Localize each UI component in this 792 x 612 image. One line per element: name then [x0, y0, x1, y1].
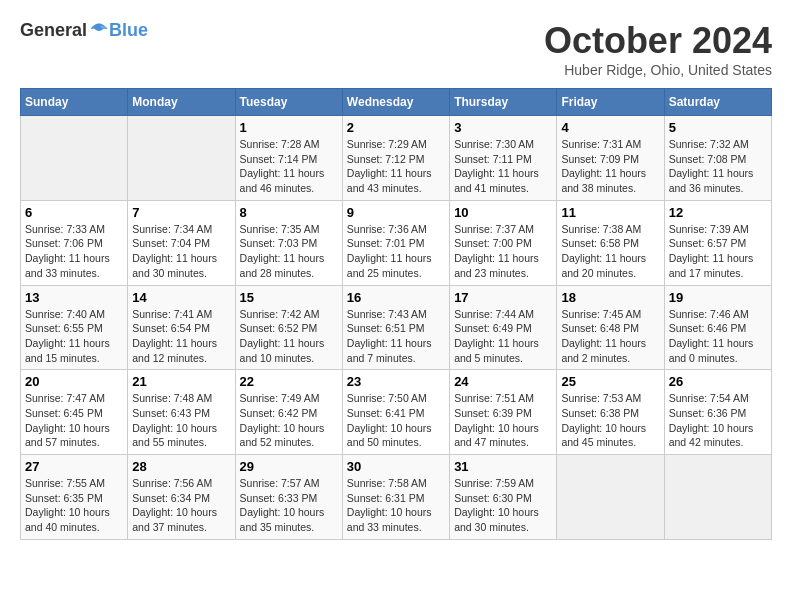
day-info: Sunrise: 7:50 AM Sunset: 6:41 PM Dayligh…	[347, 391, 445, 450]
calendar-cell: 8Sunrise: 7:35 AM Sunset: 7:03 PM Daylig…	[235, 200, 342, 285]
calendar-week-row: 1Sunrise: 7:28 AM Sunset: 7:14 PM Daylig…	[21, 116, 772, 201]
day-of-week-header: Friday	[557, 89, 664, 116]
day-number: 18	[561, 290, 659, 305]
calendar-week-row: 6Sunrise: 7:33 AM Sunset: 7:06 PM Daylig…	[21, 200, 772, 285]
calendar-cell: 20Sunrise: 7:47 AM Sunset: 6:45 PM Dayli…	[21, 370, 128, 455]
day-number: 25	[561, 374, 659, 389]
day-info: Sunrise: 7:59 AM Sunset: 6:30 PM Dayligh…	[454, 476, 552, 535]
day-info: Sunrise: 7:56 AM Sunset: 6:34 PM Dayligh…	[132, 476, 230, 535]
logo-blue-text: Blue	[109, 20, 148, 41]
calendar-cell: 30Sunrise: 7:58 AM Sunset: 6:31 PM Dayli…	[342, 455, 449, 540]
logo-general-text: General	[20, 20, 87, 41]
day-info: Sunrise: 7:32 AM Sunset: 7:08 PM Dayligh…	[669, 137, 767, 196]
day-info: Sunrise: 7:47 AM Sunset: 6:45 PM Dayligh…	[25, 391, 123, 450]
day-info: Sunrise: 7:35 AM Sunset: 7:03 PM Dayligh…	[240, 222, 338, 281]
day-number: 14	[132, 290, 230, 305]
day-number: 4	[561, 120, 659, 135]
location-text: Huber Ridge, Ohio, United States	[544, 62, 772, 78]
day-of-week-header: Sunday	[21, 89, 128, 116]
calendar-cell: 6Sunrise: 7:33 AM Sunset: 7:06 PM Daylig…	[21, 200, 128, 285]
day-number: 13	[25, 290, 123, 305]
day-number: 1	[240, 120, 338, 135]
day-number: 29	[240, 459, 338, 474]
calendar-week-row: 27Sunrise: 7:55 AM Sunset: 6:35 PM Dayli…	[21, 455, 772, 540]
day-info: Sunrise: 7:54 AM Sunset: 6:36 PM Dayligh…	[669, 391, 767, 450]
calendar-cell	[21, 116, 128, 201]
day-info: Sunrise: 7:29 AM Sunset: 7:12 PM Dayligh…	[347, 137, 445, 196]
calendar-cell: 13Sunrise: 7:40 AM Sunset: 6:55 PM Dayli…	[21, 285, 128, 370]
day-info: Sunrise: 7:57 AM Sunset: 6:33 PM Dayligh…	[240, 476, 338, 535]
day-number: 31	[454, 459, 552, 474]
day-number: 15	[240, 290, 338, 305]
calendar-cell: 11Sunrise: 7:38 AM Sunset: 6:58 PM Dayli…	[557, 200, 664, 285]
day-info: Sunrise: 7:53 AM Sunset: 6:38 PM Dayligh…	[561, 391, 659, 450]
calendar-cell: 2Sunrise: 7:29 AM Sunset: 7:12 PM Daylig…	[342, 116, 449, 201]
calendar-cell: 5Sunrise: 7:32 AM Sunset: 7:08 PM Daylig…	[664, 116, 771, 201]
day-number: 11	[561, 205, 659, 220]
calendar-cell: 3Sunrise: 7:30 AM Sunset: 7:11 PM Daylig…	[450, 116, 557, 201]
day-of-week-header: Saturday	[664, 89, 771, 116]
calendar-table: SundayMondayTuesdayWednesdayThursdayFrid…	[20, 88, 772, 540]
calendar-cell: 14Sunrise: 7:41 AM Sunset: 6:54 PM Dayli…	[128, 285, 235, 370]
day-info: Sunrise: 7:44 AM Sunset: 6:49 PM Dayligh…	[454, 307, 552, 366]
day-number: 17	[454, 290, 552, 305]
day-info: Sunrise: 7:37 AM Sunset: 7:00 PM Dayligh…	[454, 222, 552, 281]
day-info: Sunrise: 7:41 AM Sunset: 6:54 PM Dayligh…	[132, 307, 230, 366]
calendar-week-row: 20Sunrise: 7:47 AM Sunset: 6:45 PM Dayli…	[21, 370, 772, 455]
day-info: Sunrise: 7:55 AM Sunset: 6:35 PM Dayligh…	[25, 476, 123, 535]
logo: General Blue	[20, 20, 148, 41]
day-number: 22	[240, 374, 338, 389]
calendar-cell: 18Sunrise: 7:45 AM Sunset: 6:48 PM Dayli…	[557, 285, 664, 370]
day-info: Sunrise: 7:40 AM Sunset: 6:55 PM Dayligh…	[25, 307, 123, 366]
calendar-cell: 26Sunrise: 7:54 AM Sunset: 6:36 PM Dayli…	[664, 370, 771, 455]
day-number: 8	[240, 205, 338, 220]
calendar-cell: 17Sunrise: 7:44 AM Sunset: 6:49 PM Dayli…	[450, 285, 557, 370]
day-info: Sunrise: 7:31 AM Sunset: 7:09 PM Dayligh…	[561, 137, 659, 196]
day-info: Sunrise: 7:46 AM Sunset: 6:46 PM Dayligh…	[669, 307, 767, 366]
calendar-cell: 16Sunrise: 7:43 AM Sunset: 6:51 PM Dayli…	[342, 285, 449, 370]
day-info: Sunrise: 7:49 AM Sunset: 6:42 PM Dayligh…	[240, 391, 338, 450]
day-number: 2	[347, 120, 445, 135]
calendar-cell: 9Sunrise: 7:36 AM Sunset: 7:01 PM Daylig…	[342, 200, 449, 285]
calendar-cell: 25Sunrise: 7:53 AM Sunset: 6:38 PM Dayli…	[557, 370, 664, 455]
day-number: 3	[454, 120, 552, 135]
day-number: 23	[347, 374, 445, 389]
calendar-cell	[557, 455, 664, 540]
day-info: Sunrise: 7:33 AM Sunset: 7:06 PM Dayligh…	[25, 222, 123, 281]
calendar-cell: 19Sunrise: 7:46 AM Sunset: 6:46 PM Dayli…	[664, 285, 771, 370]
day-of-week-header: Wednesday	[342, 89, 449, 116]
day-number: 12	[669, 205, 767, 220]
day-number: 26	[669, 374, 767, 389]
calendar-cell: 15Sunrise: 7:42 AM Sunset: 6:52 PM Dayli…	[235, 285, 342, 370]
day-number: 27	[25, 459, 123, 474]
title-section: October 2024 Huber Ridge, Ohio, United S…	[544, 20, 772, 78]
calendar-cell: 7Sunrise: 7:34 AM Sunset: 7:04 PM Daylig…	[128, 200, 235, 285]
day-number: 21	[132, 374, 230, 389]
calendar-cell: 23Sunrise: 7:50 AM Sunset: 6:41 PM Dayli…	[342, 370, 449, 455]
day-number: 20	[25, 374, 123, 389]
day-info: Sunrise: 7:43 AM Sunset: 6:51 PM Dayligh…	[347, 307, 445, 366]
calendar-cell: 28Sunrise: 7:56 AM Sunset: 6:34 PM Dayli…	[128, 455, 235, 540]
day-info: Sunrise: 7:58 AM Sunset: 6:31 PM Dayligh…	[347, 476, 445, 535]
calendar-week-row: 13Sunrise: 7:40 AM Sunset: 6:55 PM Dayli…	[21, 285, 772, 370]
calendar-cell: 22Sunrise: 7:49 AM Sunset: 6:42 PM Dayli…	[235, 370, 342, 455]
calendar-cell: 10Sunrise: 7:37 AM Sunset: 7:00 PM Dayli…	[450, 200, 557, 285]
page-header: General Blue October 2024 Huber Ridge, O…	[20, 20, 772, 78]
day-info: Sunrise: 7:34 AM Sunset: 7:04 PM Dayligh…	[132, 222, 230, 281]
day-number: 24	[454, 374, 552, 389]
day-info: Sunrise: 7:45 AM Sunset: 6:48 PM Dayligh…	[561, 307, 659, 366]
calendar-cell: 4Sunrise: 7:31 AM Sunset: 7:09 PM Daylig…	[557, 116, 664, 201]
calendar-cell: 31Sunrise: 7:59 AM Sunset: 6:30 PM Dayli…	[450, 455, 557, 540]
day-number: 7	[132, 205, 230, 220]
day-info: Sunrise: 7:51 AM Sunset: 6:39 PM Dayligh…	[454, 391, 552, 450]
logo-bird-icon	[89, 21, 109, 41]
day-number: 6	[25, 205, 123, 220]
calendar-cell	[664, 455, 771, 540]
day-info: Sunrise: 7:42 AM Sunset: 6:52 PM Dayligh…	[240, 307, 338, 366]
day-number: 28	[132, 459, 230, 474]
day-info: Sunrise: 7:36 AM Sunset: 7:01 PM Dayligh…	[347, 222, 445, 281]
calendar-cell: 24Sunrise: 7:51 AM Sunset: 6:39 PM Dayli…	[450, 370, 557, 455]
day-of-week-header: Tuesday	[235, 89, 342, 116]
calendar-cell: 27Sunrise: 7:55 AM Sunset: 6:35 PM Dayli…	[21, 455, 128, 540]
calendar-cell	[128, 116, 235, 201]
